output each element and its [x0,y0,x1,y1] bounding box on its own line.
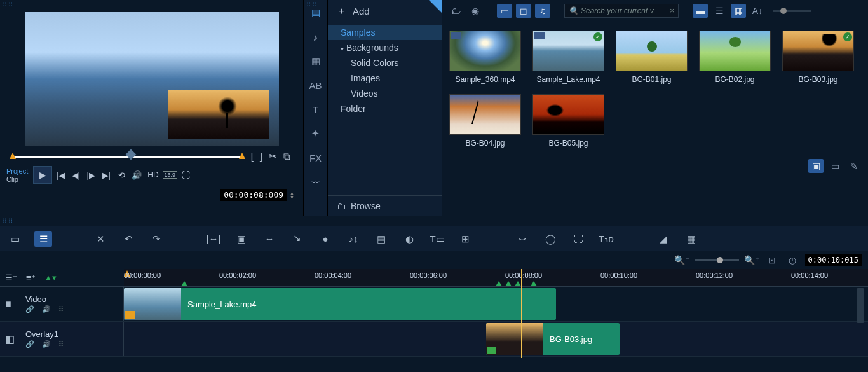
tree-backgrounds[interactable]: Backgrounds [328,40,442,55]
roll-icon[interactable]: ⇲ [288,231,306,247]
title-tab-icon[interactable]: AB [308,78,323,93]
view-grid-icon[interactable]: ▦ [731,4,746,18]
subtitle-icon[interactable]: T▭ [428,231,446,247]
library-thumbnail[interactable]: BG-B05.jpg [532,94,605,148]
library-thumbnail[interactable]: Sample_360.mp4 [449,31,522,84]
resize-options-icon[interactable]: ⛶ [179,168,193,182]
template-icon[interactable]: ▦ [682,231,700,247]
multi-trim-icon[interactable]: ◐ [400,231,418,247]
library-thumbnail[interactable]: BG-B01.jpg [615,31,688,84]
panel-drag-handle[interactable]: ⠿⠿ [0,0,303,10]
preview-overlay-pip[interactable] [168,90,269,139]
track-add-icon[interactable]: ≡⁺ [26,273,36,282]
track-motion-icon[interactable]: ◯ [541,231,559,247]
mark-out-icon[interactable]: ] [260,151,262,162]
search-input[interactable]: 🔍 Search your current v × [564,4,679,18]
panel-layout-icon[interactable]: ▣ [808,159,824,173]
loop-button[interactable]: ⟲ [114,168,128,182]
timeline-view-icon[interactable]: ☰ [34,231,52,247]
filter-photo-icon[interactable]: ◻ [516,4,531,18]
tools-icon[interactable]: ✕ [92,231,109,247]
mode-clip-label[interactable]: Clip [6,176,28,183]
mask-icon[interactable]: ⛶ [569,231,587,247]
browse-button[interactable]: 🗀 Browse [328,195,442,216]
panel-options-icon[interactable]: ▭ [827,159,843,173]
sort-icon[interactable]: A↓ [750,4,765,18]
volume-button[interactable]: 🔊 [130,168,144,182]
library-thumbnail[interactable]: ✓BG-B03.jpg [782,31,855,84]
fx-toggle-icon[interactable]: ⠿ [58,340,64,348]
preview-scrubber[interactable]: [ ] ✂ ⧉ [0,151,303,162]
slide-icon[interactable]: ↔ [261,231,278,247]
video-clip[interactable]: Sample_Lake.mp4 [124,288,556,320]
path-tab-icon[interactable]: 〰 [308,174,323,189]
import-icon[interactable]: 🗁 [449,4,464,18]
snapshot-icon[interactable]: ⧉ [283,151,290,162]
project-duration-icon[interactable]: ◴ [785,253,800,267]
redo-icon[interactable]: ↷ [147,231,165,247]
sound-tab-icon[interactable]: ♪ [308,29,323,45]
preview-timecode[interactable]: 00:00:08:009 [220,189,287,201]
fx-toggle-icon[interactable]: ⠿ [58,305,64,313]
play-button[interactable]: ▶ [33,166,52,184]
auto-music-icon[interactable]: ▤ [372,231,390,247]
add-button[interactable]: ＋ Add [328,0,442,22]
text-tab-icon[interactable]: T [308,102,323,117]
library-thumbnail[interactable]: BG-B02.jpg [698,31,771,84]
time-ruler[interactable]: 00:00:00:0000:00:02:0000:00:04:0000:00:0… [124,269,868,286]
thumb-size-slider[interactable] [773,10,811,12]
mode-project-label[interactable]: Project [6,167,28,175]
storyboard-view-icon[interactable]: ▭ [6,231,24,247]
tree-videos[interactable]: Videos [328,86,442,101]
painting-icon[interactable]: ◢ [654,231,672,247]
zoom-slider[interactable] [695,259,739,261]
record-icon[interactable]: ● [316,231,334,247]
panel-edit-icon[interactable]: ✎ [846,159,862,173]
mark-in-icon[interactable]: [ [251,151,254,162]
hd-toggle[interactable]: HD [147,170,158,179]
motion-icon[interactable]: ⤻ [513,231,531,247]
link-icon[interactable]: 🔗 [25,305,34,313]
undo-icon[interactable]: ↶ [119,231,137,247]
mute-icon[interactable]: 🔊 [42,305,51,313]
zoom-in-icon[interactable]: 🔍⁺ [744,253,759,267]
video-track-header[interactable]: ■ Video 🔗 🔊 ⠿ [0,287,124,321]
view-list-icon[interactable]: ☰ [712,4,727,18]
go-start-button[interactable]: |◀ [53,168,67,182]
fx-tab-icon[interactable]: FX [308,150,323,165]
next-frame-button[interactable]: |▶ [84,168,98,182]
filter-audio-icon[interactable]: ♫ [535,4,550,18]
slip-icon[interactable]: ▣ [233,231,250,247]
overlay-track-header[interactable]: ◧ Overlay1 🔗 🔊 ⠿ [0,322,124,356]
capture-icon[interactable]: ◉ [468,4,483,18]
tree-folder[interactable]: Folder [328,101,442,116]
panel-drag-handle[interactable]: ⠿⠿ [0,216,868,226]
filter-video-icon[interactable]: ▭ [497,4,512,18]
3d-title-icon[interactable]: T₃ᴅ [597,231,615,247]
transitions-tab-icon[interactable]: ▦ [308,53,323,69]
mute-icon[interactable]: 🔊 [42,340,51,348]
track-options-icon[interactable]: ☰⁺ [5,273,17,282]
marker-icon[interactable]: ▲▾ [44,273,57,282]
split-screen-icon[interactable]: ⊞ [456,231,474,247]
overlay-clip[interactable]: BG-B03.jpg [486,323,620,355]
trim-icon[interactable]: |↔| [205,231,222,247]
playhead[interactable] [521,269,522,358]
mixer-icon[interactable]: ♪↕ [344,231,362,247]
panel-drag-handle[interactable]: ⠿⠿ [304,0,320,10]
view-thumb-icon[interactable]: ▬ [693,4,708,18]
tree-images[interactable]: Images [328,71,442,86]
timecode-stepper[interactable]: ▲▼ [290,191,294,200]
zoom-out-icon[interactable]: 🔍⁻ [674,253,689,267]
tree-solid-colors[interactable]: Solid Colors [328,55,442,71]
overlay-tab-icon[interactable]: ✦ [308,126,323,141]
aspect-ratio-badge[interactable]: 16:9 [163,171,178,179]
link-icon[interactable]: 🔗 [25,340,34,348]
prev-frame-button[interactable]: ◀| [69,168,83,182]
split-icon[interactable]: ✂ [269,151,277,162]
timeline-scrollbar[interactable] [857,288,864,323]
library-thumbnail[interactable]: ✓Sample_Lake.mp4 [532,31,605,84]
preview-video[interactable] [25,12,279,146]
clear-search-icon[interactable]: × [670,6,674,15]
fit-timeline-icon[interactable]: ⊡ [764,253,780,267]
